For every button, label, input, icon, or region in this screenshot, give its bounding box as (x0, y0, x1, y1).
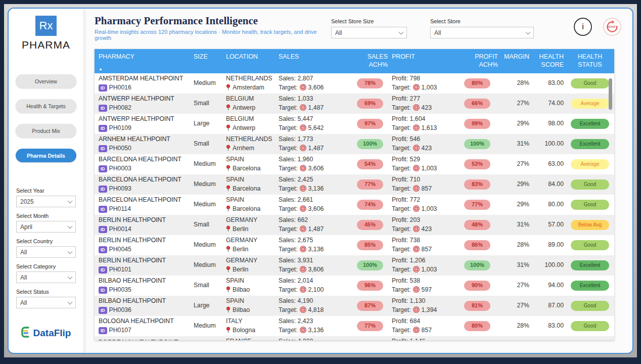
title-block: Pharmacy Performance Intelligence Real-t… (95, 15, 331, 41)
table-row[interactable]: ARNHEM HEALTHPOINT ID PH0050 Small NETHE… (95, 134, 614, 154)
col-sales-ach[interactable]: SALES ACH% (350, 49, 390, 73)
city: Bologna (233, 326, 255, 335)
margin-cell: 29% (500, 200, 531, 209)
profit-cell: Profit: 738 Target: 857 (390, 236, 454, 254)
nav-overview[interactable]: Overview (16, 74, 76, 88)
table-row[interactable]: BERLIN HEALTHPOINT ID PH0045 Medium GERM… (95, 235, 614, 255)
target-icon (413, 225, 420, 234)
pharmacy-name: BERLIN HEALTHPOINT (99, 236, 190, 245)
city: Barcelona (233, 185, 260, 194)
table-row[interactable]: BORDEAUX HEALTHPOINT ID Large FRANCE Sal… (95, 336, 614, 340)
target-icon (300, 164, 306, 173)
col-size[interactable]: SIZE (192, 49, 224, 73)
country: NETHERLANDS (226, 74, 274, 83)
pharmacy-cell: BILBAO HEALTHPOINT ID PH0036 (95, 297, 192, 315)
store-select[interactable]: All (430, 27, 534, 38)
select-year-label: Select Year (16, 188, 76, 194)
pin-icon (226, 83, 231, 93)
table-row[interactable]: ANTWERP HEALTHPOINT ID PH0109 Large BELG… (95, 114, 614, 134)
pharmacy-cell: BILBAO HEALTHPOINT ID PH0035 (95, 277, 192, 295)
table-row[interactable]: BOLOGNA HEALTHPOINT ID PH0107 Medium ITA… (95, 316, 614, 336)
pharmacy-id: PH0036 (109, 306, 131, 315)
col-profit-ach[interactable]: PROFIT ACH% (454, 49, 500, 73)
store-size-select[interactable]: All (331, 27, 407, 38)
col-sales[interactable]: SALES (277, 49, 350, 73)
profit-cell: Profit: 1,604 Target: 1,613 (390, 115, 454, 133)
profit-value: 538 (410, 277, 421, 284)
table-row[interactable]: BILBAO HEALTHPOINT ID PH0035 Small SPAIN… (95, 276, 614, 296)
vertical-scrollbar[interactable] (609, 78, 612, 110)
col-health-score[interactable]: HEALTH SCORE (531, 49, 566, 73)
sales-ach-cell: 69% (350, 99, 390, 109)
pharmacy-name: BERLIN HEALTHPOINT (99, 216, 190, 225)
id-badge-icon: ID (99, 84, 107, 92)
city: Barcelona (233, 205, 260, 214)
select-category-select[interactable]: All (16, 271, 76, 283)
nav-product-mix[interactable]: Product Mix (16, 124, 76, 138)
info-icon[interactable]: i (574, 18, 592, 36)
table-row[interactable]: BERLIN HEALTHPOINT ID PH0101 Medium GERM… (95, 255, 614, 276)
select-status-select[interactable]: All (16, 297, 76, 308)
pharmacy-cell: ANTWERP HEALTHPOINT ID PH0082 (95, 95, 192, 113)
nav-pharma-details[interactable]: Pharma Details (16, 149, 76, 162)
location-cell: BELGIUM Antwerp (224, 115, 277, 133)
profit-value: 710 (410, 176, 421, 183)
profit-ach-badge: 48% (464, 220, 490, 230)
target-icon (300, 245, 306, 254)
city: Amsterdam (233, 83, 264, 93)
table-row[interactable]: BARCELONA HEALTHPOINT ID PH0093 Medium S… (95, 174, 614, 195)
reset-icon[interactable]: RESET (603, 18, 621, 36)
nav-health-targets[interactable]: Health & Targets (16, 99, 76, 113)
pharmacy-cell: BOLOGNA HEALTHPOINT ID PH0107 (95, 317, 192, 335)
table-row[interactable]: BARCELONA HEALTHPOINT ID PH0114 Medium S… (95, 195, 614, 215)
sales-value: 1,960 (298, 156, 313, 163)
select-month-select[interactable]: April (16, 221, 76, 233)
health-status-cell: Good (566, 240, 614, 251)
info-glyph: i (582, 22, 584, 31)
id-badge-icon: ID (99, 226, 107, 233)
table-row[interactable]: BARCELONA HEALTHPOINT ID PH0003 Medium S… (95, 154, 614, 174)
store-value: All (434, 29, 441, 36)
health-status-cell: Excellent (566, 139, 614, 150)
table-row[interactable]: BILBAO HEALTHPOINT ID PH0036 Large SPAIN… (95, 296, 614, 316)
col-location[interactable]: LOCATION (224, 49, 277, 73)
target-icon (413, 185, 420, 194)
profit-value: 277 (410, 95, 421, 102)
target-icon (300, 83, 306, 93)
pharmacy-id: PH0093 (109, 185, 131, 194)
profit-cell: Profit: 798 Target: 1,003 (390, 74, 454, 93)
size-cell: Small (192, 281, 224, 290)
select-category-label: Select Category (16, 263, 76, 269)
sales-ach-cell: 96% (350, 281, 390, 291)
sort-asc-icon: ▲ (99, 67, 103, 72)
city: Berlin (233, 245, 248, 254)
pin-icon (226, 205, 231, 214)
profit-value: 1,130 (410, 297, 426, 304)
profit-cell: Profit: 772 Target: 1,003 (390, 196, 454, 214)
col-profit[interactable]: PROFIT (390, 49, 454, 73)
select-year-select[interactable]: 2025 (16, 196, 76, 207)
table-row[interactable]: ANTWERP HEALTHPOINT ID PH0082 Small BELG… (95, 94, 614, 114)
top-row: Pharmacy Performance Intelligence Real-t… (95, 15, 621, 41)
margin-cell: 29% (500, 180, 531, 189)
sales-target-value: 3,136 (308, 185, 324, 194)
sales-ach-cell: 87% (350, 301, 390, 311)
page-background: Rx PHARMA OverviewHealth & TargetsProduc… (4, 4, 637, 357)
pharmacy-cell: BORDEAUX HEALTHPOINT ID (95, 338, 192, 340)
health-status-badge: Below Avg (571, 220, 609, 231)
id-badge-icon: ID (99, 165, 107, 172)
table-header-row: PHARMACY▲ SIZE LOCATION SALES SALES ACH%… (95, 49, 614, 73)
sales-ach-badge: 69% (357, 99, 383, 109)
col-pharmacy[interactable]: PHARMACY▲ (95, 49, 192, 73)
select-country-select[interactable]: All (16, 246, 76, 258)
health-status-cell: Good (566, 301, 614, 311)
table-row[interactable]: AMSTERDAM HEALTHPOINT ID PH0016 Medium N… (95, 73, 614, 94)
sales-target-value: 1,487 (308, 144, 324, 153)
col-health-status[interactable]: HEALTH STATUS (566, 49, 614, 73)
table-row[interactable]: BERLIN HEALTHPOINT ID PH0014 Small GERMA… (95, 215, 614, 235)
profit-ach-badge: 66% (464, 99, 490, 109)
sales-value: 2,807 (298, 75, 313, 82)
pharmacy-id: PH0109 (109, 124, 131, 133)
col-margin[interactable]: MARGIN (500, 49, 531, 73)
sales-value: 5,447 (298, 115, 313, 122)
